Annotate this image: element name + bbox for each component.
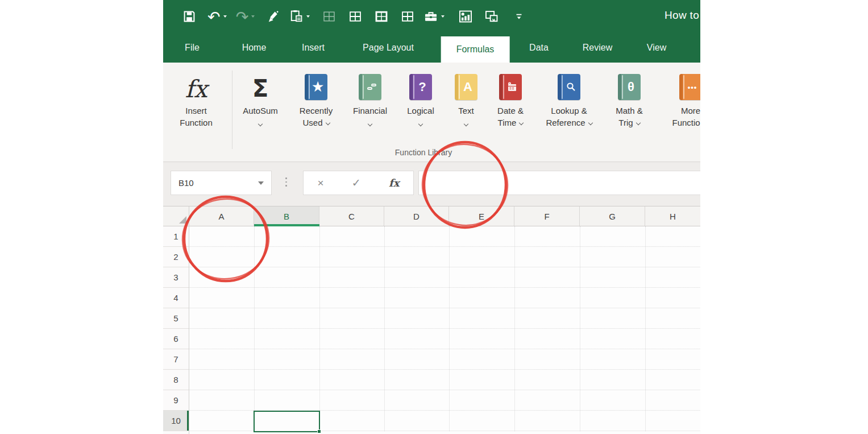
borders-box-icon <box>375 10 388 23</box>
coins-icon <box>366 81 378 93</box>
date-and-time-button[interactable]: Date & Time <box>479 71 542 129</box>
gridline-vertical <box>580 226 580 431</box>
chevron-down-icon[interactable] <box>441 15 445 18</box>
undo-icon: ↶ <box>207 9 221 24</box>
undo-button[interactable]: ↶ <box>207 9 221 24</box>
chevron-down-icon <box>464 122 468 126</box>
more-functions-button[interactable]: ••• More Functions <box>659 71 700 129</box>
financial-icon <box>359 74 381 100</box>
switch-windows-button[interactable] <box>484 9 499 24</box>
formula-bar-row: B10 × ✓ fx <box>163 162 700 206</box>
toolbox-icon <box>423 9 438 24</box>
chevron-down-icon[interactable] <box>223 15 227 18</box>
more-functions-icon: ••• <box>679 74 700 100</box>
borders-all-icon <box>348 10 362 23</box>
logical-icon: ? <box>409 74 432 100</box>
tab-home[interactable]: Home <box>236 32 272 63</box>
row-header-column: 1 2 3 4 5 6 7 8 9 10 <box>163 226 189 434</box>
insert-function-button[interactable]: fx Insert Function <box>164 71 228 129</box>
gridline-vertical <box>514 226 515 431</box>
column-header-h[interactable]: H <box>645 206 700 226</box>
title-bar: ↶ ↷ <box>163 0 700 32</box>
enter-button[interactable]: ✓ <box>352 177 361 188</box>
cancel-button[interactable]: × <box>318 177 324 188</box>
chevron-down-icon <box>519 121 524 125</box>
borders-light-button[interactable] <box>322 10 336 23</box>
row-header-6[interactable]: 6 <box>163 329 189 349</box>
borders-grid-button[interactable] <box>401 10 414 23</box>
tab-page-layout[interactable]: Page Layout <box>357 32 420 63</box>
formula-bar-input[interactable] <box>418 171 700 195</box>
grid-area[interactable]: 1 2 3 4 5 6 7 8 9 10 <box>163 226 700 434</box>
autosum-button[interactable]: Σ AutoSum <box>229 71 292 129</box>
save-icon <box>182 10 196 23</box>
text-icon: A <box>455 74 477 100</box>
paste-icon <box>289 9 304 24</box>
customize-quick-access-toolbar-button[interactable] <box>514 11 524 22</box>
formula-buttons: × ✓ fx <box>303 171 414 195</box>
column-header-e[interactable]: E <box>449 206 514 226</box>
chevron-down-icon <box>418 122 423 126</box>
tab-formulas[interactable]: Formulas <box>441 36 510 63</box>
star-icon: ★ <box>312 81 323 93</box>
fill-handle[interactable] <box>317 429 321 433</box>
tab-file[interactable]: File <box>179 32 205 63</box>
gridline-vertical <box>449 226 450 431</box>
row-header-7[interactable]: 7 <box>163 349 189 370</box>
tab-insert[interactable]: Insert <box>296 32 330 63</box>
row-header-3[interactable]: 3 <box>163 267 189 288</box>
tab-view[interactable]: View <box>641 32 672 63</box>
column-header-f[interactable]: F <box>514 206 580 226</box>
customize-quick-access-toolbar-icon <box>514 11 524 22</box>
format-painter-button[interactable] <box>266 10 280 23</box>
chevron-down-icon[interactable] <box>251 15 255 18</box>
lookup-reference-button[interactable]: Lookup & Reference <box>537 71 601 129</box>
column-header-d[interactable]: D <box>384 206 449 226</box>
row-header-10[interactable]: 10 <box>163 411 189 431</box>
gridline-vertical <box>645 226 646 431</box>
column-header-g[interactable]: G <box>580 206 645 226</box>
excel-window: ↶ ↷ <box>163 0 700 434</box>
row-header-5[interactable]: 5 <box>163 308 189 329</box>
calendar-clock-icon <box>506 81 518 93</box>
borders-light-icon <box>322 10 336 23</box>
chart-icon <box>458 9 473 24</box>
math-and-trig-button[interactable]: θ Math & Trig <box>597 71 661 129</box>
row-header-1[interactable]: 1 <box>163 226 189 247</box>
gridline-vertical <box>254 226 255 431</box>
tab-help[interactable]: Help <box>695 32 700 63</box>
row-header-4[interactable]: 4 <box>163 288 189 308</box>
toolbox-button[interactable] <box>423 9 438 24</box>
date-and-time-icon <box>499 74 522 100</box>
borders-box-button[interactable] <box>375 10 388 23</box>
row-header-8[interactable]: 8 <box>163 370 189 390</box>
window-title: How to <box>665 9 699 22</box>
name-box-value: B10 <box>171 178 258 188</box>
formula-bar-separator-dots <box>285 177 287 187</box>
row-header-9[interactable]: 9 <box>163 390 189 411</box>
chevron-down-icon <box>588 121 592 125</box>
name-box-dropdown-icon[interactable] <box>258 181 264 185</box>
save-button[interactable] <box>182 10 196 23</box>
redo-icon: ↷ <box>236 9 249 24</box>
ellipsis-icon: ••• <box>688 84 697 91</box>
magnifier-icon <box>564 81 577 93</box>
tab-data[interactable]: Data <box>524 32 554 63</box>
chart-button[interactable] <box>458 9 473 24</box>
column-header-c[interactable]: C <box>319 206 384 226</box>
column-header-b[interactable]: B <box>254 206 319 226</box>
select-all-button[interactable] <box>163 206 189 226</box>
paste-button[interactable] <box>289 9 304 24</box>
row-header-2[interactable]: 2 <box>163 247 189 267</box>
chevron-down-icon <box>325 121 330 125</box>
chevron-down-icon[interactable] <box>306 15 310 18</box>
name-box[interactable]: B10 <box>171 171 272 195</box>
tab-review[interactable]: Review <box>577 32 618 63</box>
switch-windows-icon <box>484 9 499 24</box>
insert-function-fx-button[interactable]: fx <box>389 178 399 188</box>
question-mark-icon: ? <box>418 81 426 93</box>
screenshot-canvas: ↶ ↷ <box>0 0 868 434</box>
column-header-a[interactable]: A <box>189 206 254 226</box>
redo-button[interactable]: ↷ <box>236 9 249 24</box>
borders-all-button[interactable] <box>348 10 362 23</box>
